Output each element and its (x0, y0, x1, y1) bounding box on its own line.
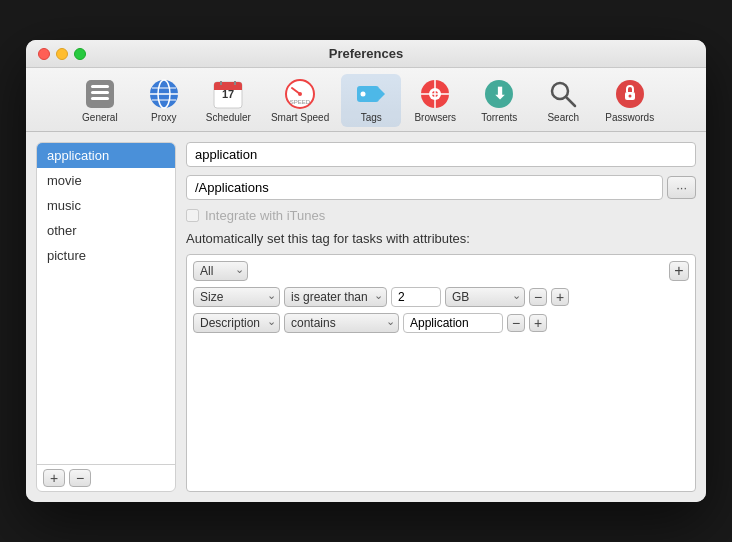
sidebar-list: application movie music other picture (37, 143, 175, 464)
svg-text:17: 17 (222, 88, 234, 100)
toolbar-item-tags[interactable]: Tags (341, 74, 401, 127)
search-icon (547, 78, 579, 110)
svg-rect-18 (357, 86, 379, 102)
svg-text:SPEED: SPEED (290, 99, 311, 105)
passwords-label: Passwords (605, 112, 654, 123)
content-area: application movie music other picture + … (26, 132, 706, 502)
tags-label: Tags (361, 112, 382, 123)
itunes-checkbox-row: Integrate with iTunes (186, 208, 696, 223)
path-browse-button[interactable]: ··· (667, 176, 696, 199)
main-panel: ··· Integrate with iTunes Automatically … (186, 142, 696, 492)
filter-top-row: All Any None + (193, 261, 689, 281)
toolbar-item-scheduler[interactable]: 17 Scheduler (198, 74, 259, 127)
maximize-button[interactable] (74, 48, 86, 60)
sidebar-item-application[interactable]: application (37, 143, 175, 168)
filter-row-1: Size Description Name Type is greater th… (193, 287, 689, 307)
tag-name-input[interactable] (186, 142, 696, 167)
svg-rect-3 (91, 97, 109, 100)
filter-row-2: Description Size Name Type contains does… (193, 313, 689, 333)
svg-line-29 (566, 97, 575, 106)
add-filter-button[interactable]: + (669, 261, 689, 281)
smart-speed-icon: SPEED (284, 78, 316, 110)
operator-select-wrapper-1: is greater than is less than equals (284, 287, 387, 307)
auto-set-label: Automatically set this tag for tasks wit… (186, 231, 696, 246)
window-title: Preferences (329, 46, 403, 61)
toolbar-item-search[interactable]: Search (533, 74, 593, 127)
svg-point-20 (361, 92, 366, 97)
toolbar-item-torrents[interactable]: ⬇ Torrents (469, 74, 529, 127)
search-label: Search (547, 112, 579, 123)
field-select-wrapper-1: Size Description Name Type (193, 287, 280, 307)
field-select-wrapper-2: Description Size Name Type (193, 313, 280, 333)
path-row: ··· (186, 175, 696, 200)
filter-value-input-1[interactable] (391, 287, 441, 307)
scheduler-icon: 17 (212, 78, 244, 110)
toolbar-item-smart-speed[interactable]: SPEED Smart Speed (263, 74, 337, 127)
sidebar-item-music[interactable]: music (37, 193, 175, 218)
sidebar-item-picture[interactable]: picture (37, 243, 175, 268)
svg-point-16 (298, 92, 302, 96)
smart-speed-label: Smart Speed (271, 112, 329, 123)
sidebar-item-other[interactable]: other (37, 218, 175, 243)
filter-area: All Any None + Size Description Name (186, 254, 696, 492)
match-select-wrapper: All Any None (193, 261, 248, 281)
toolbar: General Proxy 17 (26, 68, 706, 132)
path-input[interactable] (186, 175, 663, 200)
itunes-checkbox[interactable] (186, 209, 199, 222)
toolbar-item-general[interactable]: General (70, 74, 130, 127)
toolbar-item-proxy[interactable]: Proxy (134, 74, 194, 127)
torrents-label: Torrents (481, 112, 517, 123)
tags-icon (355, 78, 387, 110)
add-tag-button[interactable]: + (43, 469, 65, 487)
toolbar-item-browsers[interactable]: Browsers (405, 74, 465, 127)
remove-tag-button[interactable]: − (69, 469, 91, 487)
filter-value-input-2[interactable] (403, 313, 503, 333)
add-row-button-2[interactable]: + (529, 314, 547, 332)
passwords-icon (614, 78, 646, 110)
remove-filter-button-2[interactable]: − (507, 314, 525, 332)
traffic-lights (38, 48, 86, 60)
unit-select-wrapper-1: GB MB KB (445, 287, 525, 307)
svg-point-32 (628, 95, 631, 98)
svg-text:⬇: ⬇ (493, 85, 506, 102)
close-button[interactable] (38, 48, 50, 60)
add-row-button-1[interactable]: + (551, 288, 569, 306)
general-label: General (82, 112, 118, 123)
browsers-label: Browsers (414, 112, 456, 123)
itunes-label: Integrate with iTunes (205, 208, 325, 223)
proxy-label: Proxy (151, 112, 177, 123)
svg-rect-1 (91, 85, 109, 88)
sidebar-footer: + − (37, 464, 175, 491)
sidebar-item-movie[interactable]: movie (37, 168, 175, 193)
svg-marker-19 (379, 88, 385, 100)
field-select-2[interactable]: Description Size Name Type (193, 313, 280, 333)
remove-filter-button-1[interactable]: − (529, 288, 547, 306)
operator-select-wrapper-2: contains does not contain starts with (284, 313, 399, 333)
unit-select-1[interactable]: GB MB KB (445, 287, 525, 307)
proxy-icon (148, 78, 180, 110)
general-icon (84, 78, 116, 110)
svg-rect-2 (91, 91, 109, 94)
operator-select-2[interactable]: contains does not contain starts with (284, 313, 399, 333)
operator-select-1[interactable]: is greater than is less than equals (284, 287, 387, 307)
minimize-button[interactable] (56, 48, 68, 60)
field-select-1[interactable]: Size Description Name Type (193, 287, 280, 307)
titlebar: Preferences (26, 40, 706, 68)
sidebar: application movie music other picture + … (36, 142, 176, 492)
torrents-icon: ⬇ (483, 78, 515, 110)
scheduler-label: Scheduler (206, 112, 251, 123)
match-select[interactable]: All Any None (193, 261, 248, 281)
toolbar-item-passwords[interactable]: Passwords (597, 74, 662, 127)
browsers-icon (419, 78, 451, 110)
